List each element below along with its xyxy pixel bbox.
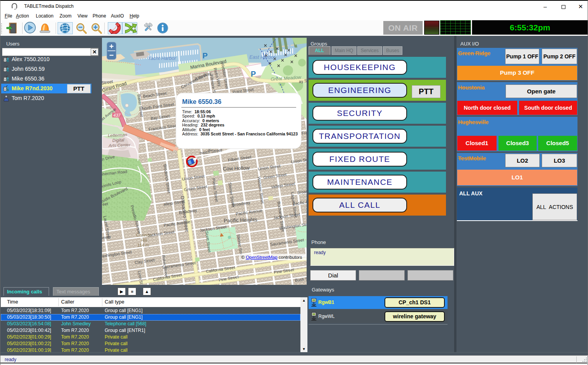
svg-text:Cow Hollow: Cow Hollow [223, 165, 250, 172]
svg-text:Pacific Heights: Pacific Heights [224, 216, 258, 223]
svg-text:P: P [251, 70, 256, 78]
svg-text:Address: 3035 Scott Street -: Address: 3035 Scott Street - San Francis… [182, 132, 298, 136]
svg-text:eet: eet [102, 201, 108, 207]
svg-text:© OpenStreetMap contributors: © OpenStreetMap contributors [241, 255, 302, 260]
svg-text:P: P [202, 51, 207, 60]
svg-text:Arts Center: Arts Center [108, 142, 131, 148]
svg-text:Mike 6550.36: Mike 6550.36 [182, 98, 221, 105]
svg-text:East Harbor: East Harbor [249, 54, 276, 60]
svg-text:Yacht Harbor: Yacht Harbor [148, 56, 177, 61]
svg-text:Fra: Fra [301, 130, 307, 135]
svg-text:Digital: Digital [112, 137, 125, 142]
svg-text:Hill: Hill [141, 238, 147, 242]
svg-text:Letterman: Letterman [108, 132, 127, 138]
svg-text:Heading: 232 degrees: Heading: 232 degrees [182, 123, 225, 127]
svg-text:114 m: 114 m [137, 243, 149, 247]
svg-text:Speed: 0.13 mph: Speed: 0.13 mph [182, 114, 215, 118]
svg-text:437: 437 [113, 113, 121, 118]
